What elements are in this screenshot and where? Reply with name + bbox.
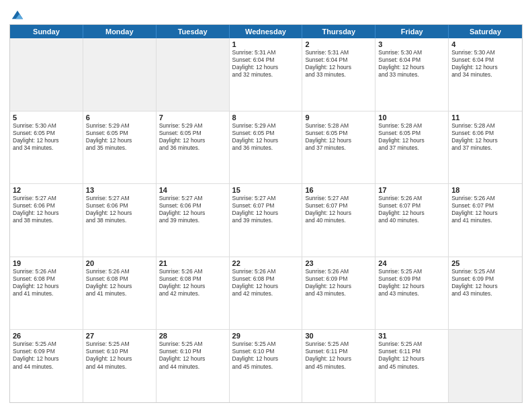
cell-info: Sunrise: 5:25 AM Sunset: 6:10 PM Dayligh…	[86, 340, 153, 370]
day-number: 17	[378, 186, 445, 194]
cell-info: Sunrise: 5:31 AM Sunset: 6:04 PM Dayligh…	[305, 49, 372, 79]
cell-info: Sunrise: 5:28 AM Sunset: 6:05 PM Dayligh…	[378, 122, 445, 152]
day-number: 24	[378, 259, 445, 267]
cell-info: Sunrise: 5:25 AM Sunset: 6:11 PM Dayligh…	[305, 340, 372, 370]
cell-info: Sunrise: 5:26 AM Sunset: 6:08 PM Dayligh…	[159, 268, 226, 298]
cell-info: Sunrise: 5:26 AM Sunset: 6:09 PM Dayligh…	[305, 268, 372, 298]
day-number: 7	[159, 113, 226, 122]
day-number: 5	[13, 113, 80, 122]
day-cell-26: 26Sunrise: 5:25 AM Sunset: 6:09 PM Dayli…	[10, 330, 83, 402]
day-number: 28	[159, 332, 226, 340]
cell-info: Sunrise: 5:29 AM Sunset: 6:05 PM Dayligh…	[232, 122, 300, 152]
day-number: 22	[232, 259, 300, 267]
day-cell-2: 2Sunrise: 5:31 AM Sunset: 6:04 PM Daylig…	[302, 38, 375, 111]
cell-info: Sunrise: 5:30 AM Sunset: 6:05 PM Dayligh…	[13, 122, 80, 152]
day-number: 10	[378, 113, 445, 122]
day-number: 20	[86, 259, 153, 267]
day-cell-5: 5Sunrise: 5:30 AM Sunset: 6:05 PM Daylig…	[10, 111, 83, 184]
day-cell-4: 4Sunrise: 5:30 AM Sunset: 6:04 PM Daylig…	[449, 38, 522, 111]
day-cell-15: 15Sunrise: 5:27 AM Sunset: 6:07 PM Dayli…	[230, 184, 303, 257]
calendar: SundayMondayTuesdayWednesdayThursdayFrid…	[9, 24, 523, 403]
day-number: 18	[451, 186, 519, 194]
header-day-wednesday: Wednesday	[230, 25, 303, 38]
empty-cell	[157, 38, 230, 111]
day-number: 21	[159, 259, 226, 267]
day-cell-12: 12Sunrise: 5:27 AM Sunset: 6:06 PM Dayli…	[10, 184, 83, 257]
calendar-header: SundayMondayTuesdayWednesdayThursdayFrid…	[10, 25, 522, 38]
day-cell-16: 16Sunrise: 5:27 AM Sunset: 6:07 PM Dayli…	[302, 184, 375, 257]
day-number: 29	[232, 332, 300, 340]
day-number: 30	[305, 332, 372, 340]
cell-info: Sunrise: 5:30 AM Sunset: 6:04 PM Dayligh…	[451, 49, 519, 79]
cell-info: Sunrise: 5:31 AM Sunset: 6:04 PM Dayligh…	[232, 49, 300, 79]
day-number: 26	[13, 332, 80, 340]
empty-cell	[10, 38, 83, 111]
day-number: 25	[451, 259, 519, 267]
day-cell-1: 1Sunrise: 5:31 AM Sunset: 6:04 PM Daylig…	[230, 38, 303, 111]
logo	[9, 8, 24, 19]
day-number: 16	[305, 186, 372, 194]
day-cell-30: 30Sunrise: 5:25 AM Sunset: 6:11 PM Dayli…	[302, 330, 375, 402]
day-number: 19	[13, 259, 80, 267]
day-cell-31: 31Sunrise: 5:25 AM Sunset: 6:11 PM Dayli…	[375, 330, 449, 402]
day-cell-18: 18Sunrise: 5:26 AM Sunset: 6:07 PM Dayli…	[449, 184, 522, 257]
week-row-3: 19Sunrise: 5:26 AM Sunset: 6:08 PM Dayli…	[10, 257, 522, 330]
day-cell-27: 27Sunrise: 5:25 AM Sunset: 6:10 PM Dayli…	[83, 330, 157, 402]
day-number: 14	[159, 186, 226, 194]
week-row-0: 1Sunrise: 5:31 AM Sunset: 6:04 PM Daylig…	[10, 38, 522, 111]
day-number: 3	[378, 40, 445, 48]
empty-cell	[449, 330, 522, 402]
day-number: 11	[451, 113, 519, 122]
cell-info: Sunrise: 5:25 AM Sunset: 6:09 PM Dayligh…	[451, 268, 519, 298]
day-cell-6: 6Sunrise: 5:29 AM Sunset: 6:05 PM Daylig…	[83, 111, 157, 184]
cell-info: Sunrise: 5:30 AM Sunset: 6:04 PM Dayligh…	[378, 49, 445, 79]
cell-info: Sunrise: 5:25 AM Sunset: 6:09 PM Dayligh…	[378, 268, 445, 298]
cell-info: Sunrise: 5:27 AM Sunset: 6:07 PM Dayligh…	[305, 195, 372, 224]
cell-info: Sunrise: 5:26 AM Sunset: 6:07 PM Dayligh…	[451, 195, 519, 224]
day-number: 31	[378, 332, 445, 340]
logo-icon	[11, 8, 24, 21]
day-cell-20: 20Sunrise: 5:26 AM Sunset: 6:08 PM Dayli…	[83, 257, 157, 330]
day-cell-22: 22Sunrise: 5:26 AM Sunset: 6:08 PM Dayli…	[230, 257, 303, 330]
day-cell-21: 21Sunrise: 5:26 AM Sunset: 6:08 PM Dayli…	[157, 257, 230, 330]
cell-info: Sunrise: 5:29 AM Sunset: 6:05 PM Dayligh…	[86, 122, 153, 152]
day-number: 27	[86, 332, 153, 340]
cell-info: Sunrise: 5:25 AM Sunset: 6:10 PM Dayligh…	[232, 340, 300, 370]
day-number: 1	[232, 40, 300, 48]
header-day-saturday: Saturday	[449, 25, 522, 38]
cell-info: Sunrise: 5:28 AM Sunset: 6:05 PM Dayligh…	[305, 122, 372, 152]
day-number: 9	[305, 113, 372, 122]
day-number: 6	[86, 113, 153, 122]
day-cell-14: 14Sunrise: 5:27 AM Sunset: 6:06 PM Dayli…	[157, 184, 230, 257]
header-day-monday: Monday	[83, 25, 157, 38]
week-row-4: 26Sunrise: 5:25 AM Sunset: 6:09 PM Dayli…	[10, 330, 522, 402]
day-cell-23: 23Sunrise: 5:26 AM Sunset: 6:09 PM Dayli…	[302, 257, 375, 330]
cell-info: Sunrise: 5:25 AM Sunset: 6:09 PM Dayligh…	[13, 340, 80, 370]
cell-info: Sunrise: 5:25 AM Sunset: 6:11 PM Dayligh…	[378, 340, 445, 370]
day-cell-17: 17Sunrise: 5:26 AM Sunset: 6:07 PM Dayli…	[375, 184, 449, 257]
header	[9, 8, 523, 19]
empty-cell	[83, 38, 157, 111]
cell-info: Sunrise: 5:26 AM Sunset: 6:08 PM Dayligh…	[86, 268, 153, 298]
week-row-1: 5Sunrise: 5:30 AM Sunset: 6:05 PM Daylig…	[10, 111, 522, 185]
day-cell-28: 28Sunrise: 5:25 AM Sunset: 6:10 PM Dayli…	[157, 330, 230, 402]
cell-info: Sunrise: 5:27 AM Sunset: 6:06 PM Dayligh…	[159, 195, 226, 224]
header-day-tuesday: Tuesday	[157, 25, 230, 38]
week-row-2: 12Sunrise: 5:27 AM Sunset: 6:06 PM Dayli…	[10, 184, 522, 257]
day-number: 23	[305, 259, 372, 267]
cell-info: Sunrise: 5:29 AM Sunset: 6:05 PM Dayligh…	[159, 122, 226, 152]
cell-info: Sunrise: 5:25 AM Sunset: 6:10 PM Dayligh…	[159, 340, 226, 370]
day-number: 8	[232, 113, 300, 122]
day-number: 2	[305, 40, 372, 48]
day-cell-29: 29Sunrise: 5:25 AM Sunset: 6:10 PM Dayli…	[230, 330, 303, 402]
day-cell-24: 24Sunrise: 5:25 AM Sunset: 6:09 PM Dayli…	[375, 257, 449, 330]
day-cell-11: 11Sunrise: 5:28 AM Sunset: 6:06 PM Dayli…	[449, 111, 522, 184]
header-day-thursday: Thursday	[302, 25, 375, 38]
header-day-friday: Friday	[375, 25, 449, 38]
cell-info: Sunrise: 5:26 AM Sunset: 6:08 PM Dayligh…	[13, 268, 80, 298]
day-cell-3: 3Sunrise: 5:30 AM Sunset: 6:04 PM Daylig…	[375, 38, 449, 111]
day-cell-19: 19Sunrise: 5:26 AM Sunset: 6:08 PM Dayli…	[10, 257, 83, 330]
day-cell-13: 13Sunrise: 5:27 AM Sunset: 6:06 PM Dayli…	[83, 184, 157, 257]
day-cell-10: 10Sunrise: 5:28 AM Sunset: 6:05 PM Dayli…	[375, 111, 449, 184]
cell-info: Sunrise: 5:27 AM Sunset: 6:06 PM Dayligh…	[86, 195, 153, 224]
